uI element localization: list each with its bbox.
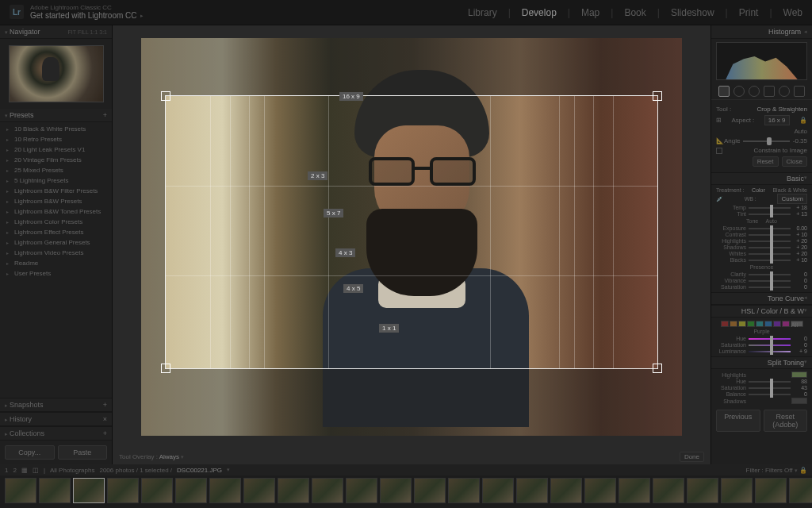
crop-tool-icon[interactable] (718, 86, 730, 97)
treatment-bw[interactable]: Black & White (772, 187, 807, 193)
temp-slider[interactable] (749, 207, 791, 209)
thumb[interactable] (107, 478, 139, 503)
grid-view-icon[interactable]: ▦ (21, 467, 28, 474)
crop-reset-button[interactable]: Reset (753, 156, 779, 167)
filter-select[interactable]: Filters Off (765, 467, 793, 474)
angle-slider[interactable] (743, 140, 789, 142)
tone-auto[interactable]: Auto (766, 218, 777, 224)
thumb[interactable] (175, 478, 207, 503)
crop-grid-icon[interactable]: ⊞ (716, 117, 722, 124)
clarity-slider[interactable] (749, 274, 791, 275)
secondary-display[interactable]: 1 (5, 467, 8, 474)
preset-item[interactable]: Lightroom General Presets (0, 237, 112, 248)
lock-icon[interactable]: 🔒 (799, 117, 807, 124)
constrain-checkbox[interactable] (716, 148, 722, 154)
wb-picker-icon[interactable]: 💉 (716, 196, 723, 202)
history-header[interactable]: ▸ History× (0, 412, 112, 426)
source-label[interactable]: All Photographs (50, 467, 94, 474)
preset-item[interactable]: 20 Light Leak Presets V1 (0, 144, 112, 155)
thumb[interactable] (687, 478, 718, 503)
histogram-header[interactable]: Histogram◂ (711, 25, 812, 39)
main-display[interactable]: 2 (13, 467, 16, 474)
brush-tool-icon[interactable] (794, 86, 805, 97)
thumb[interactable] (312, 478, 343, 503)
navigator-header[interactable]: ▾ Navigator FIT FILL 1:1 3:1 (0, 25, 112, 39)
shadows-slider[interactable] (749, 247, 791, 248)
split-balance-slider[interactable] (749, 394, 791, 395)
aspect-select[interactable]: 16 x 9 (764, 115, 790, 125)
split-hl-swatch[interactable] (791, 371, 807, 378)
thumb[interactable] (721, 478, 753, 503)
thumb[interactable] (278, 478, 309, 503)
overlay-mode[interactable]: Always (159, 453, 179, 460)
crop-overlay[interactable] (165, 95, 658, 369)
thumb[interactable] (414, 478, 446, 503)
photo-canvas[interactable]: 16 x 9 2 x 3 5 x 7 4 x 3 4 x 5 1 x 1 (117, 30, 706, 444)
split-hue-slider[interactable] (749, 381, 791, 383)
thumb[interactable] (755, 478, 787, 503)
module-slideshow[interactable]: Slideshow (671, 7, 714, 18)
module-book[interactable]: Book (624, 7, 645, 18)
tint-slider[interactable] (749, 214, 791, 215)
preset-item[interactable]: Lightroom B&W Presets (0, 196, 112, 206)
split-sat-slider[interactable] (749, 387, 791, 389)
crop-close-button[interactable]: Close (782, 156, 807, 167)
treatment-color[interactable]: Color (752, 187, 765, 193)
presets-header[interactable]: ▾ Presets+ (0, 109, 112, 122)
thumb[interactable] (653, 478, 684, 503)
previous-button[interactable]: Previous (716, 410, 760, 432)
thumb[interactable] (482, 478, 514, 503)
paste-button[interactable]: Paste (58, 445, 108, 460)
module-print[interactable]: Print (739, 7, 759, 18)
contrast-slider[interactable] (749, 234, 791, 236)
histogram[interactable] (716, 42, 807, 80)
spot-tool-icon[interactable] (733, 86, 745, 97)
gradient-tool-icon[interactable] (764, 86, 775, 97)
thumb[interactable] (209, 478, 241, 503)
blacks-slider[interactable] (749, 260, 791, 261)
thumb[interactable] (448, 478, 480, 503)
filter-lock-icon[interactable]: 🔒 (799, 467, 807, 474)
highlights-slider[interactable] (749, 241, 791, 242)
hsl-swatches[interactable]: All (716, 321, 807, 327)
app-subtitle[interactable]: Get started with Lightroom CC▸ (30, 11, 144, 20)
thumb[interactable] (789, 478, 812, 503)
split-header[interactable]: Split Toning ▾ (711, 356, 812, 369)
vibrance-slider[interactable] (749, 280, 791, 282)
split-sh-swatch[interactable] (791, 398, 807, 404)
preset-item[interactable]: Lightroom B&W Toned Presets (0, 206, 112, 217)
hsl-hue-slider[interactable] (749, 338, 791, 340)
preset-item[interactable]: 20 Vintage Film Presets (0, 155, 112, 165)
preset-item[interactable]: Lightroom Color Presets (0, 217, 112, 227)
ruler-icon[interactable]: 📐 (716, 137, 724, 144)
preset-item[interactable]: User Presets (0, 268, 112, 279)
thumb[interactable] (5, 478, 36, 503)
navigator-thumbnail[interactable] (9, 45, 104, 102)
module-web[interactable]: Web (783, 7, 802, 18)
thumb[interactable] (584, 478, 616, 503)
angle-auto[interactable]: Auto (795, 128, 807, 135)
exposure-slider[interactable] (749, 228, 791, 229)
collections-header[interactable]: ▸ Collections+ (0, 426, 112, 441)
preset-item[interactable]: 10 Retro Presets (0, 134, 112, 144)
copy-button[interactable]: Copy... (5, 445, 55, 460)
hsl-header[interactable]: HSL / Color / B & W ▾ (711, 305, 812, 318)
redeye-tool-icon[interactable] (749, 86, 760, 97)
saturation-slider[interactable] (749, 287, 791, 288)
thumb[interactable] (39, 478, 71, 503)
basic-header[interactable]: Basic ▾ (711, 172, 812, 185)
done-button[interactable]: Done (680, 452, 704, 462)
thumb[interactable] (141, 478, 173, 503)
thumb[interactable] (516, 478, 548, 503)
preset-item[interactable]: Readme (0, 258, 112, 268)
filmstrip[interactable] (0, 475, 812, 508)
thumb[interactable] (550, 478, 582, 503)
wb-select[interactable]: Custom (777, 194, 807, 204)
preset-item[interactable]: 25 Mixed Presets (0, 165, 112, 175)
thumb[interactable] (380, 478, 412, 503)
module-map[interactable]: Map (581, 7, 599, 18)
preset-item[interactable]: Lightroom B&W Filter Presets (0, 186, 112, 196)
reset-button[interactable]: Reset (Adobe) (764, 410, 808, 432)
compare-icon[interactable]: ◫ (33, 467, 39, 474)
whites-slider[interactable] (749, 253, 791, 255)
